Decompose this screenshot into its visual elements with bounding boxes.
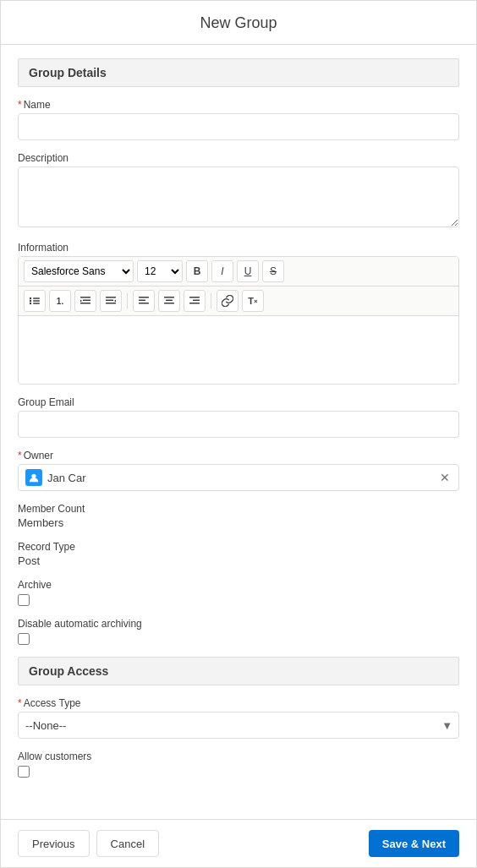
rte-separator-1	[127, 293, 128, 308]
name-field-group: *Name	[18, 99, 459, 140]
svg-point-0	[30, 298, 31, 299]
group-access-section-header: Group Access	[18, 657, 459, 685]
svg-rect-15	[164, 297, 174, 298]
modal-container: New Group Group Details *Name Descriptio…	[0, 0, 477, 868]
name-label: *Name	[18, 99, 459, 111]
access-type-label: *Access Type	[18, 697, 459, 709]
underline-button[interactable]: U	[237, 260, 259, 282]
indent-decrease-button[interactable]	[74, 290, 96, 312]
group-email-input[interactable]	[18, 411, 459, 438]
access-type-select[interactable]: --None-- Public Private Unlisted	[18, 712, 459, 739]
description-label: Description	[18, 152, 459, 164]
font-size-select[interactable]: 12 8 10 14 16	[137, 260, 183, 282]
group-email-label: Group Email	[18, 396, 459, 408]
modal-body: Group Details *Name Description Informat…	[1, 45, 476, 819]
font-family-select[interactable]: Salesforce Sans Arial Times New Roman	[24, 260, 134, 282]
svg-rect-11	[106, 303, 116, 304]
group-email-field-group: Group Email	[18, 396, 459, 438]
name-required-star: *	[18, 99, 22, 111]
svg-rect-8	[80, 303, 90, 304]
footer-left-buttons: Previous Cancel	[18, 830, 159, 857]
svg-rect-18	[189, 297, 200, 298]
archive-checkbox[interactable]	[18, 594, 30, 606]
archive-label: Archive	[18, 579, 459, 591]
align-center-button[interactable]	[158, 290, 180, 312]
svg-point-2	[30, 300, 31, 302]
owner-icon	[25, 469, 42, 486]
group-details-section-header: Group Details	[18, 58, 459, 87]
access-type-required-star: *	[18, 697, 22, 709]
previous-button[interactable]: Previous	[18, 830, 90, 857]
clear-format-button[interactable]: T×	[242, 290, 264, 312]
allow-customers-checkbox[interactable]	[18, 766, 30, 778]
ordered-list-button[interactable]: 1.	[49, 290, 71, 312]
record-type-value: Post	[18, 554, 459, 567]
information-field-group: Information Salesforce Sans Arial Times …	[18, 242, 459, 385]
bold-button[interactable]: B	[186, 260, 208, 282]
owner-value: Jan Car	[47, 472, 438, 484]
allow-customers-group: Allow customers	[18, 751, 459, 778]
information-label: Information	[18, 242, 459, 254]
svg-rect-14	[139, 303, 149, 304]
strikethrough-button[interactable]: S	[262, 260, 284, 282]
align-left-button[interactable]	[133, 290, 155, 312]
svg-rect-12	[139, 297, 149, 298]
modal-title: New Group	[18, 14, 459, 32]
member-count-group: Member Count Members	[18, 503, 459, 529]
disable-archive-label: Disable automatic archiving	[18, 618, 459, 630]
svg-rect-6	[80, 297, 90, 298]
owner-required-star: *	[18, 450, 22, 461]
save-next-button[interactable]: Save & Next	[369, 830, 459, 857]
access-type-group: *Access Type --None-- Public Private Unl…	[18, 697, 459, 739]
svg-rect-7	[83, 300, 90, 302]
rte-toolbar-row1: Salesforce Sans Arial Times New Roman 12…	[19, 257, 458, 287]
owner-clear-button[interactable]: ✕	[438, 469, 452, 486]
indent-increase-button[interactable]	[100, 290, 122, 312]
description-textarea[interactable]	[18, 167, 459, 227]
description-field-group: Description	[18, 152, 459, 230]
access-type-select-wrapper: --None-- Public Private Unlisted ▼	[18, 712, 459, 739]
italic-button[interactable]: I	[211, 260, 233, 282]
unordered-list-button[interactable]	[24, 290, 46, 312]
disable-archive-checkbox-row	[18, 633, 459, 645]
modal-header: New Group	[1, 1, 476, 45]
svg-rect-16	[166, 300, 173, 302]
owner-field-group: *Owner Jan Car ✕	[18, 450, 459, 491]
cancel-button[interactable]: Cancel	[96, 830, 159, 857]
member-count-label: Member Count	[18, 503, 459, 515]
rte-content[interactable]	[19, 316, 458, 384]
align-right-button[interactable]	[184, 290, 206, 312]
rte-separator-2	[211, 293, 211, 308]
allow-customers-checkbox-row	[18, 766, 459, 778]
svg-rect-20	[189, 303, 200, 304]
svg-rect-9	[106, 297, 116, 298]
modal-footer: Previous Cancel Save & Next	[1, 819, 476, 867]
rich-text-editor: Salesforce Sans Arial Times New Roman 12…	[18, 256, 459, 385]
owner-label: *Owner	[18, 450, 459, 461]
owner-field[interactable]: Jan Car ✕	[18, 464, 459, 491]
name-input[interactable]	[18, 113, 459, 140]
svg-rect-19	[193, 300, 200, 302]
disable-archive-group: Disable automatic archiving	[18, 618, 459, 645]
record-type-label: Record Type	[18, 541, 459, 553]
svg-rect-13	[139, 300, 145, 302]
allow-customers-label: Allow customers	[18, 751, 459, 762]
archive-checkbox-row	[18, 594, 459, 606]
svg-point-4	[30, 303, 31, 304]
member-count-value: Members	[18, 516, 459, 529]
record-type-group: Record Type Post	[18, 541, 459, 567]
archive-group: Archive	[18, 579, 459, 606]
svg-rect-3	[33, 300, 40, 301]
svg-rect-5	[33, 303, 40, 303]
svg-rect-17	[164, 303, 174, 304]
rte-toolbar-row2: 1.	[19, 287, 458, 316]
link-button[interactable]	[217, 290, 238, 312]
svg-rect-1	[33, 298, 40, 298]
svg-rect-10	[106, 300, 113, 302]
disable-archive-checkbox[interactable]	[18, 633, 30, 645]
